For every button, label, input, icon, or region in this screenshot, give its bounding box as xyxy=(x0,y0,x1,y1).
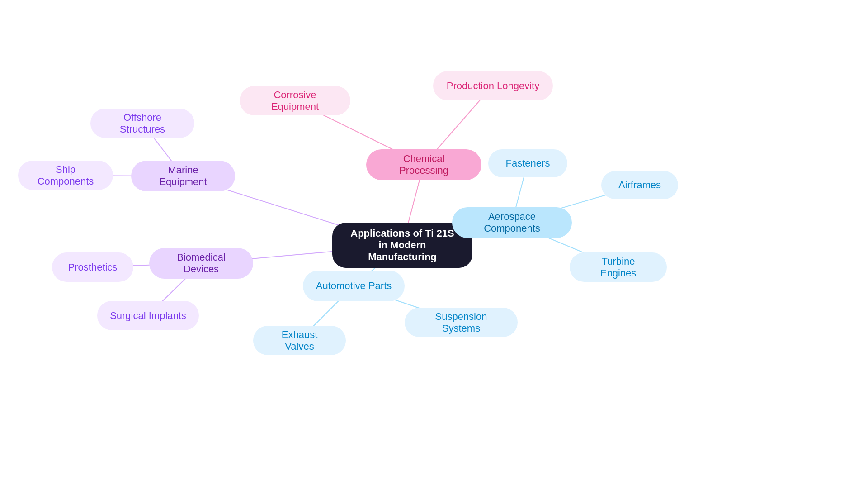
fasteners-node: Fasteners xyxy=(488,149,567,177)
production-longevity-node: Production Longevity xyxy=(433,71,553,100)
aerospace-components-node: Aerospace Components xyxy=(452,207,572,238)
prosthetics-node: Prosthetics xyxy=(52,252,133,282)
airframes-node: Airframes xyxy=(601,171,678,199)
mindmap-container: Applications of Ti 21S in Modern Manufac… xyxy=(0,0,868,490)
ship-components-node: Ship Components xyxy=(18,161,113,190)
center-node: Applications of Ti 21S in Modern Manufac… xyxy=(332,223,472,268)
biomedical-devices-node: Biomedical Devices xyxy=(149,248,253,279)
corrosive-equipment-node: Corrosive Equipment xyxy=(240,86,350,115)
chemical-processing-node: Chemical Processing xyxy=(366,149,481,180)
surgical-implants-node: Surgical Implants xyxy=(97,301,199,330)
automotive-parts-node: Automotive Parts xyxy=(303,271,405,301)
turbine-engines-node: Turbine Engines xyxy=(570,252,667,282)
suspension-systems-node: Suspension Systems xyxy=(405,308,518,337)
offshore-structures-node: Offshore Structures xyxy=(90,109,194,138)
marine-equipment-node: Marine Equipment xyxy=(131,161,235,191)
exhaust-valves-node: Exhaust Valves xyxy=(253,326,346,355)
